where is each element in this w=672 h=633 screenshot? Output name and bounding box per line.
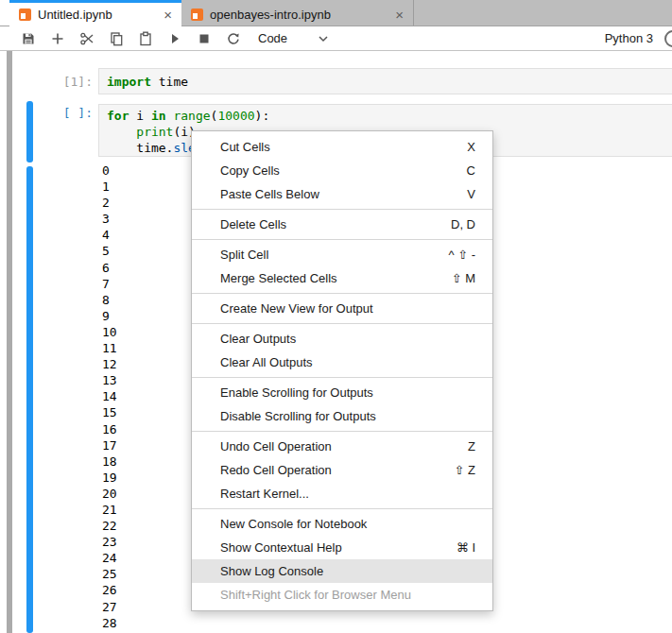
menu-item-redo-cell-operation[interactable]: Redo Cell Operation⇧ Z — [192, 458, 492, 482]
context-menu: Cut CellsXCopy CellsCPaste Cells BelowVD… — [191, 130, 493, 611]
output-line: 7 — [102, 276, 117, 292]
code-token: i — [129, 109, 150, 123]
paste-cells-icon — [138, 31, 153, 46]
menu-item-disable-scrolling-for-outputs[interactable]: Disable Scrolling for Outputs — [192, 404, 492, 428]
output-line: 15 — [102, 404, 117, 420]
tab-openbayes-intro-ipynb[interactable]: openbayes-intro.ipynb × — [181, 0, 414, 26]
menu-item-split-cell[interactable]: Split Cell^ ⇧ - — [192, 243, 492, 266]
run-button[interactable] — [164, 28, 186, 49]
output-line: 3 — [102, 211, 117, 227]
output-line: 17 — [102, 437, 117, 453]
output-line: 26 — [102, 582, 117, 598]
menu-item-label: Merge Selected Cells — [220, 271, 337, 285]
menu-item-clear-outputs[interactable]: Clear Outputs — [192, 327, 492, 351]
code-token: range — [173, 109, 210, 123]
copy-cells-button[interactable] — [105, 28, 128, 49]
menu-item-paste-cells-below[interactable]: Paste Cells BelowV — [192, 182, 492, 206]
add-cell-button[interactable] — [46, 28, 69, 49]
menu-item-label: Undo Cell Operation — [220, 439, 332, 453]
menu-item-show-log-console[interactable]: Show Log Console — [192, 559, 492, 583]
menu-item-label: Create New View for Output — [220, 301, 373, 316]
menu-item-undo-cell-operation[interactable]: Undo Cell OperationZ — [192, 435, 492, 458]
copy-cells-icon — [109, 31, 124, 46]
cut-cells-button[interactable] — [76, 28, 98, 49]
restart-kernel-button[interactable] — [222, 28, 245, 49]
cell-1-code: import time — [99, 69, 672, 90]
menu-item-merge-selected-cells[interactable]: Merge Selected Cells⇧ M — [192, 266, 492, 290]
output-line: 12 — [102, 356, 117, 372]
menu-item-copy-cells[interactable]: Copy CellsC — [192, 159, 492, 182]
output-line: 25 — [102, 566, 117, 582]
code-token: print — [136, 125, 173, 139]
cell-2-output: 0123456789101112131415161718192021222324… — [102, 163, 117, 631]
menu-item-create-new-view-for-output[interactable]: Create New View for Output — [192, 297, 492, 320]
code-token: in — [151, 109, 166, 123]
output-line: 5 — [102, 243, 117, 259]
kernel-name[interactable]: Python 3 — [605, 31, 653, 45]
output-line: 20 — [102, 486, 117, 502]
menu-item-shortcut: ⇧ M — [452, 271, 475, 285]
save-button[interactable] — [17, 28, 40, 49]
code-token: 10000 — [217, 109, 254, 123]
menu-item-label: Enable Scrolling for Outputs — [220, 385, 373, 400]
menu-item-shortcut: D, D — [451, 217, 475, 231]
menu-item-new-console-for-notebook[interactable]: New Console for Notebook — [192, 512, 492, 536]
stop-button[interactable] — [193, 28, 215, 49]
menu-item-shortcut: ^ ⇧ - — [448, 248, 475, 262]
menu-item-label: Paste Cells Below — [220, 187, 319, 201]
menu-item-label: Cut Cells — [220, 140, 270, 154]
menu-item-label: Restart Kernel... — [220, 487, 309, 501]
cell-1-editor[interactable]: import time — [98, 68, 672, 94]
menu-item-label: New Console for Notebook — [220, 517, 367, 531]
cell-type-select[interactable]: Code — [258, 31, 287, 45]
output-line: 18 — [102, 453, 117, 470]
menu-item-shortcut: C — [467, 163, 475, 178]
menu-item-enable-scrolling-for-outputs[interactable]: Enable Scrolling for Outputs — [192, 381, 492, 404]
code-token: time — [151, 75, 188, 89]
output-line: 28 — [102, 615, 117, 631]
output-line: 1 — [102, 179, 117, 195]
notebook-icon — [191, 9, 203, 21]
menu-separator — [192, 209, 492, 210]
tab-bar-left-notch — [0, 0, 9, 26]
close-icon[interactable]: × — [393, 8, 405, 22]
menu-separator — [192, 323, 492, 324]
menu-item-show-contextual-help[interactable]: Show Contextual Help⌘ I — [192, 536, 492, 559]
menu-separator — [192, 239, 492, 240]
cell-1-prompt: [1]: — [28, 75, 93, 90]
output-line: 4 — [102, 227, 117, 243]
menu-item-clear-all-outputs[interactable]: Clear All Outputs — [192, 351, 492, 374]
save-icon — [21, 31, 36, 46]
output-line: 0 — [102, 163, 117, 179]
tab-untitled-ipynb[interactable]: Untitled.ipynb × — [9, 0, 181, 26]
code-token: for — [107, 109, 129, 123]
menu-item-label: Delete Cells — [220, 217, 286, 231]
menu-item-label: Redo Cell Operation — [220, 463, 332, 477]
output-line: 6 — [102, 260, 117, 276]
stop-icon — [197, 31, 212, 46]
menu-separator — [192, 431, 492, 432]
cell-type-dropdown-button[interactable] — [312, 28, 335, 49]
notebook-icon — [19, 9, 31, 21]
code-token: time. — [107, 141, 173, 155]
output-line: 2 — [102, 195, 117, 211]
menu-item-restart-kernel[interactable]: Restart Kernel... — [192, 482, 492, 505]
close-icon[interactable]: × — [162, 8, 174, 22]
output-line: 16 — [102, 421, 117, 437]
menu-item-label: Copy Cells — [220, 163, 280, 178]
output-line: 8 — [102, 292, 117, 308]
menu-separator — [192, 377, 492, 378]
menu-item-cut-cells[interactable]: Cut CellsX — [192, 135, 492, 159]
menu-item-shift-right-click-for-browser-menu: Shift+Right Click for Browser Menu — [192, 583, 492, 607]
output-line: 27 — [102, 599, 117, 615]
code-line: for i in range(10000): — [107, 108, 672, 124]
cell-2-output-collapser[interactable] — [26, 166, 33, 633]
code-token — [107, 125, 136, 139]
menu-separator — [192, 293, 492, 294]
output-line: 10 — [102, 324, 117, 340]
run-icon — [167, 31, 182, 46]
paste-cells-button[interactable] — [134, 28, 157, 49]
output-line: 13 — [102, 372, 117, 388]
cell-2-prompt: [ ]: — [28, 106, 93, 121]
menu-item-delete-cells[interactable]: Delete CellsD, D — [192, 213, 492, 236]
